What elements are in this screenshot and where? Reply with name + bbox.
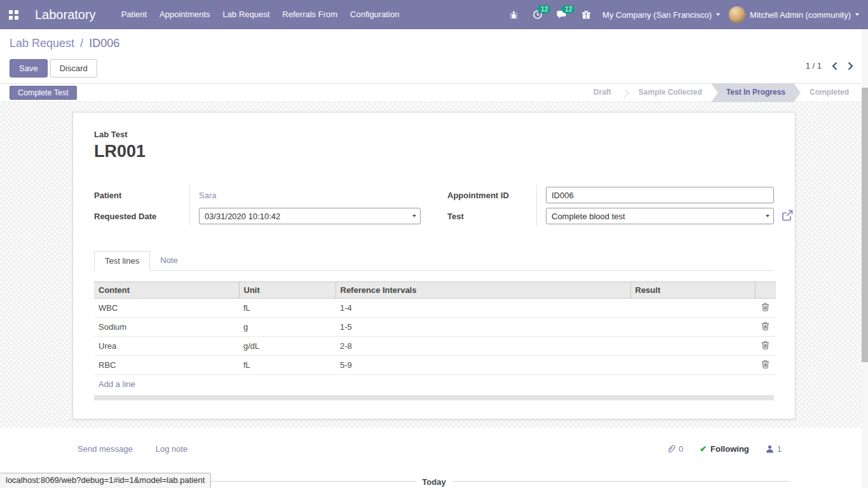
- table-row[interactable]: Sodium g 1-5: [94, 318, 776, 337]
- table-horizontal-scrollbar[interactable]: [94, 395, 774, 400]
- menu-patient[interactable]: Patient: [115, 0, 153, 29]
- table-row[interactable]: RBC fL 5-9: [94, 356, 776, 375]
- field-groups: Patient Requested Date Sara: [94, 186, 774, 226]
- breadcrumb-current: ID006: [89, 37, 119, 50]
- col-content[interactable]: Content: [94, 282, 239, 299]
- menu-appointments[interactable]: Appointments: [153, 0, 217, 29]
- cell-result[interactable]: [630, 356, 755, 375]
- stage-draft[interactable]: Draft: [585, 83, 620, 102]
- cell-unit[interactable]: fL: [239, 356, 336, 375]
- appointment-id-label: Appointment ID: [447, 191, 509, 200]
- delete-row-button[interactable]: [755, 337, 776, 356]
- app-brand[interactable]: Laboratory: [35, 8, 96, 22]
- following-button[interactable]: ✔ Following: [700, 444, 749, 454]
- requested-date-input[interactable]: [199, 208, 421, 224]
- menu-lab-request[interactable]: Lab Request: [217, 0, 276, 29]
- patient-value-link[interactable]: Sara: [199, 191, 216, 200]
- complete-test-button[interactable]: Complete Test: [10, 86, 77, 100]
- cell-reference[interactable]: 5-9: [336, 356, 630, 375]
- following-label: Following: [710, 444, 749, 454]
- table-row[interactable]: WBC fL 1-4: [94, 299, 776, 318]
- cell-reference[interactable]: 1-5: [336, 318, 630, 337]
- record-pager: 1 / 1: [806, 61, 853, 71]
- follower-count: 1: [777, 444, 782, 454]
- form-buttons: Save Discard: [10, 59, 97, 78]
- appointment-id-input[interactable]: [546, 187, 774, 203]
- breadcrumb-lab-request[interactable]: Lab Request: [10, 37, 74, 50]
- followers-button[interactable]: 1: [766, 444, 782, 454]
- right-field-group: Appointment ID Test Complete blood test: [447, 186, 774, 226]
- external-link-icon[interactable]: [781, 209, 794, 222]
- user-menu[interactable]: Mitchell Admin (community): [729, 6, 859, 23]
- discard-button[interactable]: Discard: [50, 59, 97, 78]
- cell-content[interactable]: Sodium: [94, 318, 239, 337]
- vertical-scrollbar-thumb[interactable]: [862, 88, 868, 362]
- chevron-right-icon[interactable]: [848, 62, 853, 71]
- rewards-gift-icon[interactable]: [578, 7, 593, 22]
- attachments-button[interactable]: 0: [667, 444, 683, 454]
- control-panel: Lab Request / ID006 Save Discard 1 / 1: [0, 29, 868, 83]
- col-reference-intervals[interactable]: Reference Intervals: [336, 282, 630, 299]
- vertical-scrollbar-track[interactable]: [862, 29, 868, 488]
- form-sheet: Lab Test LR001 Patient Requested Date Sa…: [72, 112, 796, 419]
- delete-row-button[interactable]: [755, 356, 776, 375]
- cell-content[interactable]: Urea: [94, 337, 239, 356]
- person-icon: [766, 445, 774, 453]
- apps-menu-icon[interactable]: [9, 10, 18, 20]
- test-lines-table: Content Unit Reference Intervals Result …: [94, 281, 776, 375]
- top-navbar: Laboratory Patient Appointments Lab Requ…: [0, 0, 868, 29]
- table-row[interactable]: Urea g/dL 2-8: [94, 337, 776, 356]
- add-a-line-link[interactable]: Add a line: [94, 375, 774, 393]
- trash-icon: [761, 302, 770, 311]
- cell-content[interactable]: WBC: [94, 299, 239, 318]
- cell-reference[interactable]: 2-8: [336, 337, 630, 356]
- activities-clock-icon[interactable]: 12: [530, 7, 545, 22]
- cell-content[interactable]: RBC: [94, 356, 239, 375]
- trash-icon: [761, 341, 770, 349]
- company-name: My Company (San Francisco): [602, 10, 712, 20]
- log-note-link[interactable]: Log note: [156, 444, 188, 454]
- stage-test-in-progress[interactable]: Test In Progress: [711, 83, 801, 102]
- menu-configuration[interactable]: Configuration: [344, 0, 405, 29]
- company-switcher[interactable]: My Company (San Francisco): [602, 10, 720, 20]
- stage-completed[interactable]: Completed: [801, 83, 858, 102]
- cell-result[interactable]: [630, 318, 755, 337]
- cell-unit[interactable]: g/dL: [239, 337, 336, 356]
- navbar-right: 12 12 My Company (San Francisco) Mitchel…: [506, 6, 859, 23]
- message-count-badge: 12: [562, 5, 575, 13]
- delete-row-button[interactable]: [755, 318, 776, 337]
- avatar: [729, 6, 745, 23]
- delete-row-button[interactable]: [755, 299, 776, 318]
- send-message-link[interactable]: Send message: [78, 444, 133, 454]
- stage-sample-collected[interactable]: Sample Collected: [630, 83, 711, 102]
- stage-chevron-icon: [621, 89, 629, 97]
- chevron-left-icon[interactable]: [832, 62, 837, 71]
- debug-bug-icon[interactable]: [506, 7, 521, 22]
- col-actions: [755, 282, 776, 299]
- cell-result[interactable]: [630, 337, 755, 356]
- pager-counter: 1 / 1: [806, 61, 822, 71]
- cell-result[interactable]: [630, 299, 755, 318]
- col-unit[interactable]: Unit: [239, 282, 336, 299]
- table-header-row: Content Unit Reference Intervals Result: [94, 282, 776, 299]
- user-name: Mitchell Admin (community): [750, 10, 851, 20]
- cell-unit[interactable]: g: [239, 318, 336, 337]
- main-menu: Patient Appointments Lab Request Referra…: [115, 0, 406, 29]
- stage-pipeline: Draft Sample Collected Test In Progress …: [585, 83, 858, 102]
- breadcrumb: Lab Request / ID006: [10, 37, 119, 50]
- menu-referrals-from[interactable]: Referrals From: [276, 0, 344, 29]
- notebook-tabs: Test lines Note: [94, 251, 774, 271]
- test-label: Test: [447, 212, 464, 221]
- tab-test-lines[interactable]: Test lines: [94, 251, 150, 271]
- tab-note[interactable]: Note: [150, 251, 187, 270]
- breadcrumb-separator: /: [78, 37, 86, 50]
- trash-icon: [761, 322, 770, 330]
- messages-chat-icon[interactable]: 12: [554, 7, 569, 22]
- col-result[interactable]: Result: [630, 282, 755, 299]
- sheet-title-label: Lab Test: [94, 130, 774, 139]
- chevron-down-icon: [716, 13, 720, 16]
- save-button[interactable]: Save: [10, 59, 48, 78]
- cell-unit[interactable]: fL: [239, 299, 336, 318]
- cell-reference[interactable]: 1-4: [336, 299, 630, 318]
- test-select[interactable]: Complete blood test: [546, 208, 774, 224]
